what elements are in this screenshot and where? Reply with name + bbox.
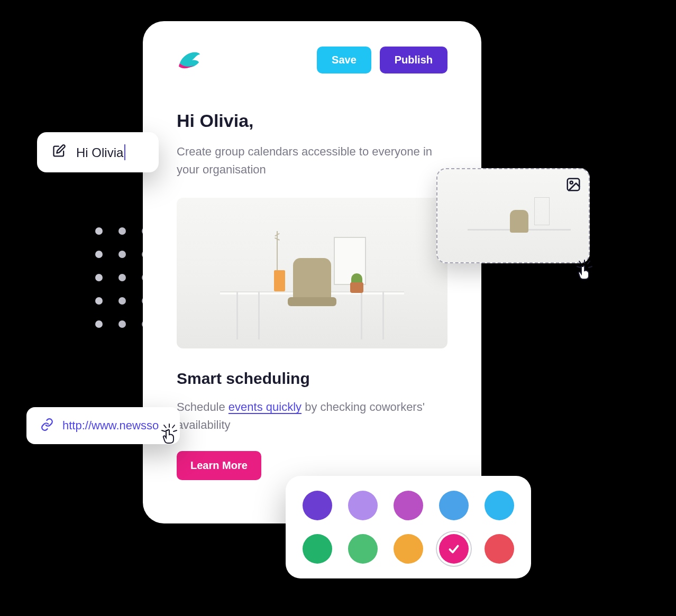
bird-logo <box>177 48 201 72</box>
link-icon <box>40 418 54 434</box>
text-caret <box>124 144 125 160</box>
color-swatch[interactable] <box>439 491 469 520</box>
link-url-input[interactable]: http://www.newsso <box>62 419 159 433</box>
check-icon <box>447 542 461 556</box>
color-swatch[interactable] <box>394 534 423 564</box>
section-title[interactable]: Smart scheduling <box>177 370 447 388</box>
publish-button[interactable]: Publish <box>380 47 447 73</box>
color-swatch[interactable] <box>348 534 378 564</box>
inline-text-value[interactable]: Hi Olivia <box>76 145 123 160</box>
color-swatch[interactable] <box>394 491 423 520</box>
svg-point-6 <box>570 181 573 184</box>
edit-icon <box>52 144 67 161</box>
link-editor[interactable]: http://www.newsso <box>26 407 180 444</box>
events-quickly-link[interactable]: events quickly <box>229 400 302 413</box>
decorative-dot-grid <box>95 227 149 328</box>
save-button[interactable]: Save <box>317 47 371 73</box>
color-palette <box>286 476 531 578</box>
color-swatch[interactable] <box>303 491 332 520</box>
learn-more-button[interactable]: Learn More <box>177 451 261 480</box>
color-swatch[interactable] <box>485 491 514 520</box>
editor-card: Save Publish Hi Olivia, Create group cal… <box>143 21 481 523</box>
svg-line-11 <box>588 261 590 264</box>
color-swatch[interactable] <box>485 534 514 564</box>
greeting-subtext[interactable]: Create group calendars accessible to eve… <box>177 143 447 179</box>
inline-text-editor[interactable]: Hi Olivia <box>37 132 159 172</box>
hero-image[interactable] <box>177 198 447 348</box>
image-icon <box>565 177 581 195</box>
image-dropzone[interactable] <box>436 168 590 263</box>
svg-line-8 <box>577 266 580 268</box>
greeting-heading[interactable]: Hi Olivia, <box>177 111 447 131</box>
color-swatch[interactable] <box>439 534 469 564</box>
color-swatch[interactable] <box>303 534 332 564</box>
section-body[interactable]: Schedule events quickly by checking cowo… <box>177 398 447 434</box>
color-swatch[interactable] <box>348 491 378 520</box>
svg-line-9 <box>589 266 592 268</box>
